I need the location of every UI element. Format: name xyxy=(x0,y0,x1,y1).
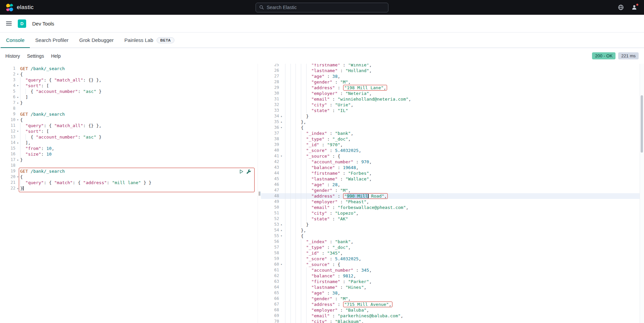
request-line[interactable]: 2▾{ xyxy=(0,71,258,77)
fold-caret[interactable]: ▴ xyxy=(15,140,20,146)
response-line[interactable]: 29"address" : "198 Mill Lane", xyxy=(261,85,644,91)
response-line[interactable]: 70"city" : "Blackgum", xyxy=(261,319,644,323)
response-line[interactable]: 42"account_number" : 970, xyxy=(261,159,644,165)
response-line[interactable]: 57"_type" : "_doc", xyxy=(261,245,644,250)
scrollbar-thumb[interactable] xyxy=(641,95,643,153)
response-line[interactable]: 65"age" : 38, xyxy=(261,290,644,296)
response-line[interactable]: 50"email" : "forbeswallace@pheast.com", xyxy=(261,205,644,210)
response-line[interactable]: 67"address" : "715 Mill Avenue", xyxy=(261,302,644,307)
response-line[interactable]: 41▾"_source" : { xyxy=(261,153,644,159)
fold-caret[interactable]: ▾ xyxy=(279,125,284,130)
request-line[interactable]: 19GET /bank/_search xyxy=(0,168,258,174)
request-line[interactable]: 22▴} xyxy=(0,185,258,191)
menu-icon[interactable] xyxy=(6,20,12,27)
response-line[interactable]: 61"account_number" : 345, xyxy=(261,267,644,273)
request-line[interactable]: 10▾{ xyxy=(0,117,258,123)
elastic-logo[interactable]: elastic xyxy=(5,3,34,12)
fold-caret[interactable]: ▾ xyxy=(15,83,20,89)
response-line[interactable]: 52"state" : "AK" xyxy=(261,216,644,222)
response-line[interactable]: 32"city" : "Urie", xyxy=(261,102,644,108)
request-line[interactable]: 1GET /bank/_search xyxy=(0,66,258,71)
pane-resizer[interactable]: ‖ xyxy=(258,64,261,323)
response-line[interactable]: 49"employer" : "Pheast", xyxy=(261,199,644,205)
request-editor[interactable]: 1GET /bank/_search2▾{3"query": { "match_… xyxy=(0,64,258,323)
wrench-icon[interactable] xyxy=(246,169,251,174)
response-line[interactable]: 54▴}, xyxy=(261,227,644,233)
request-line[interactable]: 18 xyxy=(0,163,258,168)
request-line[interactable]: 6▴] xyxy=(0,94,258,100)
response-line[interactable]: 56"_index" : "bank", xyxy=(261,239,644,245)
response-line[interactable]: 28"gender" : "M", xyxy=(261,79,644,85)
scrollbar-track[interactable] xyxy=(640,64,644,323)
response-line[interactable]: 38"_type" : "_doc", xyxy=(261,136,644,142)
response-line[interactable]: 55▾{ xyxy=(261,233,644,239)
response-line[interactable]: 30"employer" : "Neteria", xyxy=(261,91,644,96)
search-input[interactable] xyxy=(267,5,385,10)
fold-caret[interactable]: ▴ xyxy=(279,227,284,233)
response-line[interactable]: 36▾{ xyxy=(261,125,644,130)
fold-caret[interactable]: ▴ xyxy=(15,94,20,100)
response-line[interactable]: 45"lastname" : "Wallace", xyxy=(261,176,644,182)
response-line[interactable]: 27"age" : 38, xyxy=(261,73,644,79)
play-icon[interactable] xyxy=(239,169,244,174)
globe-icon[interactable] xyxy=(618,4,624,10)
global-search[interactable] xyxy=(256,3,388,12)
fold-caret[interactable]: ▴ xyxy=(15,157,20,163)
response-line[interactable]: 64"lastname" : "Hines", xyxy=(261,284,644,290)
fold-caret[interactable]: ▾ xyxy=(15,71,20,77)
request-line[interactable]: 21"query": { "match": { "address": "mill… xyxy=(0,180,258,185)
response-line[interactable]: 40"_score" : 5.4032025, xyxy=(261,148,644,153)
fold-caret[interactable]: ▴ xyxy=(279,113,284,119)
fold-caret[interactable]: ▾ xyxy=(279,233,284,239)
request-line[interactable]: 14▴], xyxy=(0,140,258,146)
fold-caret[interactable]: ▾ xyxy=(15,117,20,123)
response-line[interactable]: 58"_id" : "345", xyxy=(261,250,644,256)
request-line[interactable]: 3"query": { "match_all": {} }, xyxy=(0,77,258,83)
user-icon[interactable] xyxy=(631,4,637,10)
response-line[interactable]: 43"balance" : 19648, xyxy=(261,165,644,170)
response-line[interactable]: 37"_index" : "bank", xyxy=(261,130,644,136)
request-line[interactable]: 16"size": 10 xyxy=(0,151,258,157)
console-menu-history[interactable]: History xyxy=(5,53,20,59)
response-line[interactable]: 48"address" : "990 Mill Road", xyxy=(261,193,644,199)
response-line[interactable]: 53▴} xyxy=(261,222,644,227)
response-line[interactable]: 62"balance" : 9812, xyxy=(261,273,644,279)
request-line[interactable]: 9GET /bank/_search xyxy=(0,111,258,117)
request-line[interactable]: 7▴} xyxy=(0,100,258,106)
response-line[interactable]: 46"age" : 28, xyxy=(261,182,644,187)
response-line[interactable]: 39"_id" : "970", xyxy=(261,142,644,148)
request-line[interactable]: 15"from": 10, xyxy=(0,146,258,151)
console-menu-settings[interactable]: Settings xyxy=(27,53,44,59)
tab-console[interactable]: Console xyxy=(1,33,30,48)
response-line[interactable]: 69"email" : "parkerhines@baluba.com", xyxy=(261,313,644,319)
fold-caret[interactable]: ▴ xyxy=(15,185,20,191)
tab-grok-debugger[interactable]: Grok Debugger xyxy=(74,33,119,48)
request-line[interactable]: 4▾"sort": [ xyxy=(0,83,258,89)
fold-caret[interactable]: ▾ xyxy=(279,153,284,159)
response-line[interactable]: 34▴} xyxy=(261,113,644,119)
fold-caret[interactable]: ▾ xyxy=(15,128,20,134)
fold-caret[interactable]: ▾ xyxy=(279,262,284,267)
request-line[interactable]: 5{ "account_number": "asc" } xyxy=(0,89,258,94)
tab-painless-lab[interactable]: Painless LabBETA xyxy=(119,33,180,48)
console-menu-help[interactable]: Help xyxy=(51,53,61,59)
request-line[interactable]: 11"query": { "match_all": {} }, xyxy=(0,123,258,128)
request-line[interactable]: 8 xyxy=(0,106,258,111)
request-line[interactable]: 12▾"sort": [ xyxy=(0,128,258,134)
response-line[interactable]: 51"city" : "Lopezo", xyxy=(261,210,644,216)
response-line[interactable]: 25"firstname" : "Winnie", xyxy=(261,64,644,68)
response-line[interactable]: 68"employer" : "Baluba", xyxy=(261,307,644,313)
response-line[interactable]: 44"firstname" : "Forbes", xyxy=(261,170,644,176)
fold-caret[interactable]: ▴ xyxy=(15,100,20,106)
response-viewer[interactable]: 25"firstname" : "Winnie",26"lastname" : … xyxy=(261,64,644,323)
fold-caret[interactable]: ▾ xyxy=(15,174,20,180)
tab-search-profiler[interactable]: Search Profiler xyxy=(30,33,74,48)
response-line[interactable]: 63"firstname" : "Parker", xyxy=(261,279,644,284)
response-line[interactable]: 31"email" : "winnieholland@neteria.com", xyxy=(261,96,644,102)
response-line[interactable]: 47"gender" : "M", xyxy=(261,187,644,193)
request-line[interactable]: 13{ "account_number": "asc" } xyxy=(0,134,258,140)
response-line[interactable]: 66"gender" : "M", xyxy=(261,296,644,302)
request-line[interactable]: 20▾{ xyxy=(0,174,258,180)
fold-caret[interactable]: ▴ xyxy=(279,222,284,227)
response-line[interactable]: 33"state" : "IL" xyxy=(261,108,644,113)
